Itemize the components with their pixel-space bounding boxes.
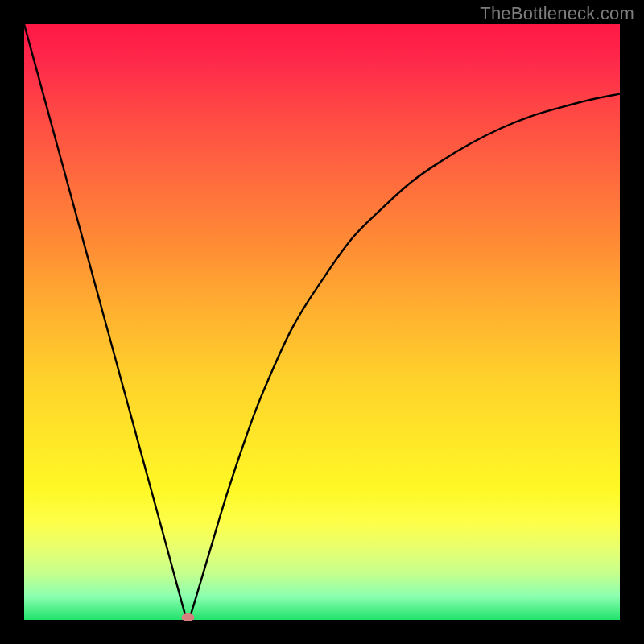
watermark-label: TheBottleneck.com	[480, 3, 634, 24]
bottleneck-curve-path	[24, 24, 620, 621]
chart-frame: TheBottleneck.com	[0, 0, 644, 644]
bottleneck-curve-svg	[24, 24, 620, 620]
minimum-marker	[182, 613, 195, 621]
